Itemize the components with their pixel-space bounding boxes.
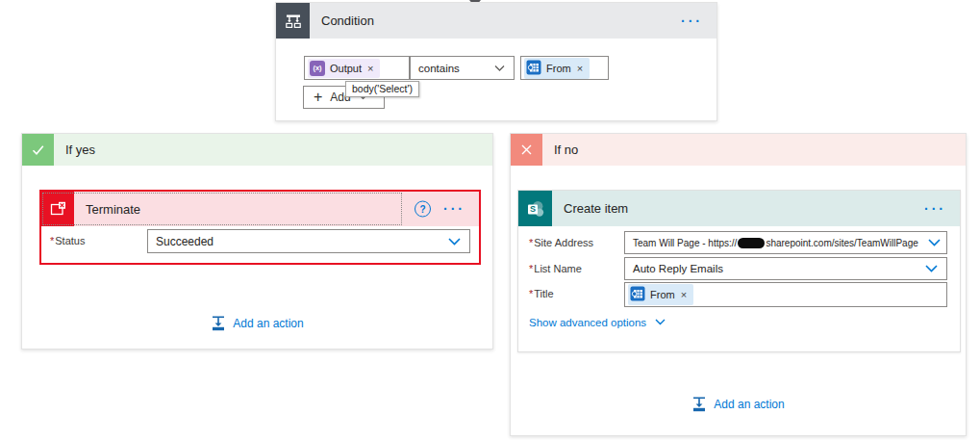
chevron-down-icon (925, 265, 938, 272)
chevron-down-icon (655, 319, 666, 325)
expression-tooltip: body('Select') (345, 81, 419, 97)
more-options-icon[interactable]: ··· (924, 202, 946, 216)
required-marker: * (529, 263, 533, 274)
add-action-label: Add an action (233, 317, 303, 330)
terminate-header[interactable]: Terminate ? ··· (41, 192, 479, 226)
token-label: From (546, 63, 571, 74)
dynamic-token-from[interactable]: From × (524, 58, 590, 79)
add-action-icon (211, 315, 226, 331)
dynamic-token-output[interactable]: (x) Output × (308, 59, 380, 78)
operator-value: contains (411, 63, 460, 74)
required-marker: * (529, 288, 533, 299)
branch-yes-label: If yes (65, 142, 95, 157)
remove-token-icon[interactable]: × (681, 289, 687, 300)
create-item-title: Create item (564, 201, 628, 216)
branch-yes-card: If yes Terminate ? ··· *Status (21, 133, 493, 349)
plus-icon: + (304, 90, 322, 105)
add-action-button[interactable]: Add an action (22, 315, 492, 331)
condition-title: Condition (321, 13, 374, 28)
list-name-value: Auto Reply Emails (625, 263, 723, 274)
create-item-header[interactable]: S Create item ··· (518, 191, 960, 226)
site-address-label: *Site Address (529, 237, 593, 248)
help-icon[interactable]: ? (415, 201, 431, 218)
chevron-down-icon (494, 65, 505, 71)
branch-no-card: If no S Create item ··· *Site Address (510, 133, 967, 436)
status-value: Succeeded (148, 235, 214, 248)
add-action-button[interactable]: Add an action (511, 396, 966, 412)
required-marker: * (50, 235, 54, 246)
operator-select[interactable]: contains (410, 56, 515, 80)
fx-icon: (x) (310, 61, 325, 76)
add-action-label: Add an action (714, 398, 784, 411)
title-label: *Title (529, 288, 554, 299)
terminate-icon (41, 192, 74, 226)
status-label: *Status (50, 235, 85, 246)
chevron-down-icon (448, 238, 461, 246)
title-field[interactable]: From × (624, 282, 947, 307)
redaction-mark (738, 238, 765, 248)
sharepoint-s-glyph: S (529, 204, 535, 214)
more-options-icon[interactable]: ··· (443, 202, 465, 216)
branch-no-header[interactable]: If no (511, 134, 966, 166)
sharepoint-icon: S (518, 191, 552, 226)
condition-operand-left-field[interactable]: (x) Output × (304, 56, 410, 80)
remove-token-icon[interactable]: × (577, 63, 583, 74)
token-label: From (650, 289, 675, 300)
branch-no-label: If no (554, 142, 578, 157)
branch-yes-header[interactable]: If yes (22, 134, 492, 166)
list-name-select[interactable]: Auto Reply Emails (624, 257, 947, 280)
dynamic-token-from[interactable]: From × (628, 284, 693, 305)
terminate-title: Terminate (86, 202, 140, 217)
condition-operand-right-field[interactable]: From × (520, 56, 609, 80)
chevron-down-icon (928, 239, 941, 246)
required-marker: * (529, 237, 533, 248)
site-address-value: Team Will Page - https://sharepoint.com/… (625, 238, 918, 248)
flow-designer-canvas: Condition ··· (x) Output × contains (0, 0, 980, 440)
condition-icon (276, 3, 310, 39)
token-label: Output (330, 63, 362, 74)
create-item-card: S Create item ··· *Site Address Team Wil… (517, 190, 961, 352)
more-options-icon[interactable]: ··· (681, 14, 703, 28)
list-name-label: *List Name (529, 263, 582, 274)
site-address-select[interactable]: Team Will Page - https://sharepoint.com/… (624, 231, 947, 254)
status-select[interactable]: Succeeded (147, 229, 470, 253)
condition-card: Condition ··· (x) Output × contains (275, 2, 717, 121)
remove-token-icon[interactable]: × (367, 63, 373, 74)
add-action-icon (691, 396, 707, 412)
terminate-card: Terminate ? ··· *Status Succeeded (39, 190, 481, 265)
show-advanced-options-link[interactable]: Show advanced options (529, 317, 666, 328)
outlook-icon (526, 60, 541, 77)
x-icon (511, 134, 542, 166)
outlook-icon (630, 286, 645, 303)
check-icon (22, 134, 54, 166)
condition-header[interactable]: Condition ··· (276, 3, 716, 39)
